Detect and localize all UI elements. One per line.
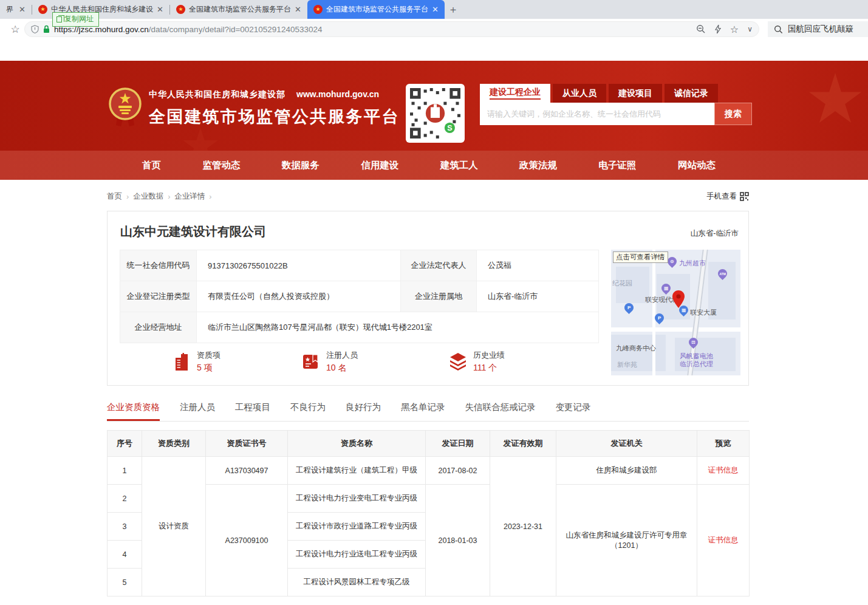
new-tab-button[interactable]: ＋	[445, 0, 462, 19]
tab-projects[interactable]: 工程项目	[235, 402, 270, 421]
svg-text:S: S	[447, 124, 452, 132]
table-row: 企业经营地址 临沂市兰山区陶然路107号星河晶都（联安）现代城1号楼2201室	[120, 312, 599, 343]
map-pin-icon	[672, 290, 685, 309]
col-validity: 发证有效期	[490, 431, 556, 457]
nav-item-data-service[interactable]: 数据服务	[282, 159, 320, 172]
emblem-favicon-icon: ★	[313, 5, 323, 14]
cell-seq: 1	[108, 457, 142, 485]
cell-validity: 2023-12-31	[490, 457, 556, 596]
browser-tab-2[interactable]: ★ 全国建筑市场监管公共服务平台 ✕	[170, 0, 307, 19]
nav-item-policy[interactable]: 政策法规	[519, 159, 557, 172]
map-parking-icon: P	[623, 301, 635, 314]
search-tab-personnel[interactable]: 从业人员	[553, 84, 606, 103]
tab-good-behavior[interactable]: 良好行为	[346, 402, 381, 421]
col-seq: 序号	[108, 431, 142, 457]
company-name: 山东中元建筑设计有限公司	[120, 224, 266, 240]
reg-place-label: 企业注册属地	[401, 281, 477, 312]
site-header: 中华人民共和国住房和城乡建设部www.mohurd.gov.cn 全国建筑市场监…	[0, 61, 868, 151]
search-submit-button[interactable]: 搜索	[714, 103, 752, 125]
nav-item-e-license[interactable]: 电子证照	[599, 159, 637, 172]
search-tab-project[interactable]: 建设项目	[609, 84, 662, 103]
map-road	[652, 250, 655, 375]
nav-item-supervision[interactable]: 监管动态	[202, 159, 240, 172]
cell-seq: 3	[108, 513, 142, 541]
tab-bad-behavior[interactable]: 不良行为	[290, 402, 326, 421]
tab-registered-personnel[interactable]: 注册人员	[180, 402, 215, 421]
company-stats: 资质项5 项 注册人员10 名 历史业绩111 个	[108, 350, 505, 374]
certificate-info-link[interactable]: 证书信息	[697, 485, 750, 596]
emblem-favicon-icon: ★	[176, 5, 185, 14]
tab-blacklist[interactable]: 黑名单记录	[401, 402, 445, 421]
bookmark-star-icon[interactable]: ☆	[6, 23, 24, 36]
company-location-map[interactable]: 点击可查看详情 ⊙ 九州超市 ATM 纪花园 ▦ 联安现代城 ▦ 联安大厦 P …	[611, 250, 740, 375]
mobile-view-link[interactable]: 手机查看	[706, 191, 749, 202]
cell-seq: 4	[108, 541, 142, 569]
col-qual-name: 资质名称	[288, 431, 426, 457]
stat-history-performance[interactable]: 历史业绩111 个	[449, 350, 505, 374]
qualification-table: 序号 资质类别 资质证书号 资质名称 发证日期 发证有效期 发证机关 预览 1 …	[107, 430, 750, 596]
browser-url-bar: ☆ https://jzsc.mohurd.gov.cn/data/compan…	[0, 19, 868, 39]
nav-item-site-news[interactable]: 网站动态	[678, 159, 716, 172]
stat-value: 10 名	[326, 363, 358, 374]
site-brand: 中华人民共和国住房和城乡建设部www.mohurd.gov.cn 全国建筑市场监…	[149, 89, 400, 128]
layers-icon	[449, 353, 467, 371]
tab-change-records[interactable]: 变更记录	[556, 402, 591, 421]
copy-icon	[56, 16, 62, 22]
detail-section-tabs: 企业资质资格 注册人员 工程项目 不良行为 良好行为 黑名单记录 失信联合惩戒记…	[107, 402, 749, 422]
search-tab-enterprise[interactable]: 建设工程企业	[480, 84, 550, 103]
lock-icon	[43, 25, 50, 33]
map-label: 纪花园	[612, 279, 632, 288]
table-row: 1 设计资质 A137030497 工程设计建筑行业（建筑工程）甲级 2017-…	[108, 457, 750, 485]
tab-close-icon[interactable]: ✕	[19, 5, 26, 14]
nav-item-home[interactable]: 首页	[142, 159, 161, 172]
tab-close-icon[interactable]: ✕	[432, 5, 439, 14]
breadcrumb-company-detail[interactable]: 企业详情	[174, 191, 205, 202]
zoom-out-icon[interactable]	[696, 24, 706, 34]
ministry-name: 中华人民共和国住房和城乡建设部	[149, 89, 285, 99]
col-authority: 发证机关	[556, 431, 697, 457]
ministry-url: www.mohurd.gov.cn	[296, 89, 379, 99]
stat-registered-personnel[interactable]: 注册人员10 名	[302, 350, 358, 374]
cell-cert-no: A237009100	[206, 485, 288, 596]
col-preview: 预览	[697, 431, 750, 457]
keyword-search-input[interactable]	[480, 103, 714, 125]
cell-seq: 2	[108, 485, 142, 513]
quick-search-box[interactable]: 国航回应飞机颠簸	[768, 21, 868, 37]
platform-title: 全国建筑市场监管公共服务平台	[149, 106, 400, 128]
credit-code-label: 统一社会信用代码	[120, 250, 197, 281]
chevron-down-icon[interactable]: ∨	[747, 25, 753, 33]
company-detail-card: 山东中元建筑设计有限公司 山东省-临沂市 统一社会信用代码 9137130267…	[107, 211, 749, 386]
col-category: 资质类别	[142, 431, 206, 457]
stat-label: 资质项	[197, 350, 220, 361]
address-bar[interactable]: https://jzsc.mohurd.gov.cn/data/company/…	[24, 21, 759, 37]
browser-tab-0[interactable]: 界 ✕	[0, 0, 32, 19]
breadcrumb-home[interactable]: 首页	[107, 191, 122, 202]
breadcrumb-company-data[interactable]: 企业数据	[133, 191, 163, 202]
stat-qualifications[interactable]: 资质项5 项	[174, 350, 220, 374]
header-qr-code: S	[406, 84, 465, 143]
lightning-icon[interactable]	[714, 24, 722, 34]
tab-title: 全国建筑市场监管公共服务平台	[189, 4, 291, 15]
search-tab-credit[interactable]: 诚信记录	[665, 84, 718, 103]
credit-code-value: 91371302675501022B	[197, 250, 401, 281]
emblem-favicon-icon: ★	[38, 5, 47, 14]
favorite-star-icon[interactable]: ☆	[730, 24, 739, 35]
tab-close-icon[interactable]: ✕	[295, 5, 301, 14]
stat-value: 111 个	[473, 363, 505, 374]
certificate-info-link[interactable]: 证书信息	[697, 457, 750, 485]
nav-item-credit[interactable]: 信用建设	[361, 159, 398, 172]
tab-qualifications[interactable]: 企业资质资格	[107, 402, 160, 421]
cell-issue-date: 2018-01-03	[426, 485, 490, 596]
map-label: 联安大厦	[690, 308, 717, 317]
browser-tab-active[interactable]: ★ 全国建筑市场监管公共服务平台 ✕	[307, 0, 445, 19]
url-text: https://jzsc.mohurd.gov.cn/data/company/…	[54, 25, 692, 34]
main-navigation: 首页 监管动态 数据服务 信用建设 建筑工人 政策法规 电子证照 网站动态	[0, 151, 868, 180]
map-road	[611, 327, 740, 332]
legal-rep-value: 公茂福	[477, 250, 599, 281]
nav-item-workers[interactable]: 建筑工人	[440, 159, 478, 172]
map-label: 临沂总代理	[680, 360, 713, 369]
tab-dishonesty-records[interactable]: 失信联合惩戒记录	[465, 402, 536, 421]
search-category-tabs: 建设工程企业 从业人员 建设项目 诚信记录	[480, 84, 752, 103]
tab-title: 全国建筑市场监管公共服务平台	[326, 4, 428, 15]
tab-close-icon[interactable]: ✕	[157, 5, 163, 14]
